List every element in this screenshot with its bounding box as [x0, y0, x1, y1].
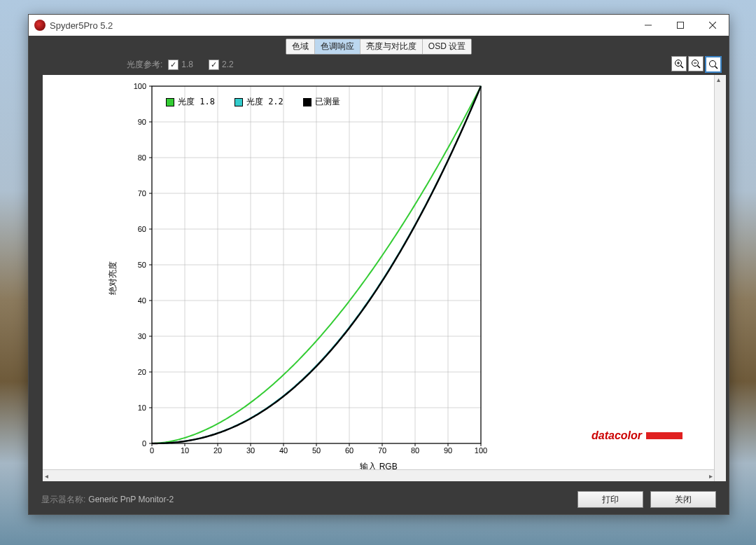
close-panel-button[interactable]: 关闭	[650, 491, 716, 508]
svg-line-9	[698, 66, 701, 69]
svg-text:20: 20	[214, 446, 222, 455]
zoom-in-icon	[674, 59, 684, 69]
legend-label-22: 光度 2.2	[246, 96, 284, 108]
tab-osd-settings[interactable]: OSD 设置	[423, 39, 471, 54]
svg-text:10: 10	[138, 403, 146, 412]
tab-brightness-contrast[interactable]: 亮度与对比度	[360, 39, 423, 54]
svg-point-11	[710, 61, 716, 67]
tab-gamut[interactable]: 色域	[286, 39, 315, 54]
brand-bar	[646, 432, 682, 439]
svg-text:30: 30	[246, 446, 255, 455]
tone-response-chart[interactable]: 0010102020303040405050606070708080909010…	[47, 79, 708, 466]
svg-text:50: 50	[312, 446, 321, 455]
svg-text:40: 40	[138, 296, 146, 305]
gamma-22-checkbox[interactable]	[209, 60, 219, 70]
legend-label-18: 光度 1.8	[178, 96, 215, 108]
svg-text:0: 0	[142, 439, 146, 448]
maximize-button[interactable]	[664, 15, 696, 36]
gamma-22-value: 2.2	[222, 60, 234, 69]
vertical-scrollbar[interactable]	[714, 75, 726, 481]
svg-text:60: 60	[138, 225, 146, 233]
minimize-button[interactable]	[632, 15, 664, 36]
zoom-out-button[interactable]	[688, 56, 704, 71]
svg-line-5	[681, 66, 684, 69]
gamma-18-checkbox[interactable]	[168, 60, 178, 70]
tab-tone-response[interactable]: 色调响应	[315, 39, 360, 54]
toolbar: 光度参考: 1.8 2.2	[29, 55, 729, 74]
svg-text:70: 70	[378, 446, 386, 455]
svg-text:80: 80	[411, 446, 419, 455]
svg-line-12	[715, 67, 718, 69]
svg-text:50: 50	[138, 261, 146, 269]
svg-text:10: 10	[181, 446, 189, 455]
gamma-18-value: 1.8	[181, 60, 193, 69]
brand-text: datacolor	[592, 429, 642, 442]
svg-text:90: 90	[138, 118, 146, 126]
print-button[interactable]: 打印	[578, 491, 643, 508]
tab-strip: 色域 色调响应 亮度与对比度 OSD 设置	[286, 39, 472, 55]
legend-label-measured: 已测量	[315, 96, 340, 108]
svg-text:0: 0	[150, 446, 154, 455]
close-icon	[709, 22, 716, 29]
svg-text:70: 70	[138, 189, 146, 198]
display-name-label: 显示器名称:	[41, 494, 85, 506]
zoom-out-icon	[691, 59, 701, 69]
client-area: 色域 色调响应 亮度与对比度 OSD 设置 光度参考: 1.8 2.2	[29, 36, 729, 514]
titlebar[interactable]: Spyder5Pro 5.2	[29, 15, 729, 36]
display-name-value: Generic PnP Monitor-2	[88, 495, 174, 504]
y-axis-title: 绝对亮度	[107, 261, 119, 295]
horizontal-scrollbar[interactable]: ◂▸	[43, 469, 715, 481]
chart-legend: 光度 1.8 光度 2.2 已测量	[166, 96, 340, 108]
chart-panel: 0010102020303040405050606070708080909010…	[43, 75, 715, 481]
svg-text:90: 90	[444, 446, 452, 455]
legend-item-18: 光度 1.8	[166, 96, 215, 108]
app-window: Spyder5Pro 5.2 色域 色调响应 亮度与对比度 OSD 设置	[28, 14, 729, 515]
svg-text:100: 100	[475, 446, 487, 455]
minimize-icon	[645, 22, 652, 29]
svg-text:100: 100	[134, 82, 146, 90]
svg-text:40: 40	[279, 446, 288, 455]
close-button[interactable]	[696, 15, 729, 36]
svg-text:20: 20	[138, 368, 146, 376]
tabs-row: 色域 色调响应 亮度与对比度 OSD 设置	[29, 36, 729, 55]
zoom-reset-button[interactable]	[705, 56, 722, 73]
svg-text:30: 30	[138, 332, 146, 340]
svg-rect-1	[678, 22, 684, 29]
legend-item-22: 光度 2.2	[234, 96, 284, 108]
gamma-ref-label: 光度参考:	[127, 59, 162, 71]
maximize-icon	[677, 22, 684, 29]
legend-item-measured: 已测量	[303, 96, 340, 108]
app-icon	[34, 20, 46, 31]
window-title: Spyder5Pro 5.2	[50, 20, 113, 31]
footer: 显示器名称: Generic PnP Monitor-2 打印 关闭	[29, 485, 729, 514]
svg-text:60: 60	[345, 446, 354, 455]
svg-text:80: 80	[138, 153, 146, 162]
brand-mark: datacolor	[592, 429, 682, 442]
zoom-reset-icon	[708, 60, 718, 69]
zoom-in-button[interactable]	[671, 56, 687, 71]
